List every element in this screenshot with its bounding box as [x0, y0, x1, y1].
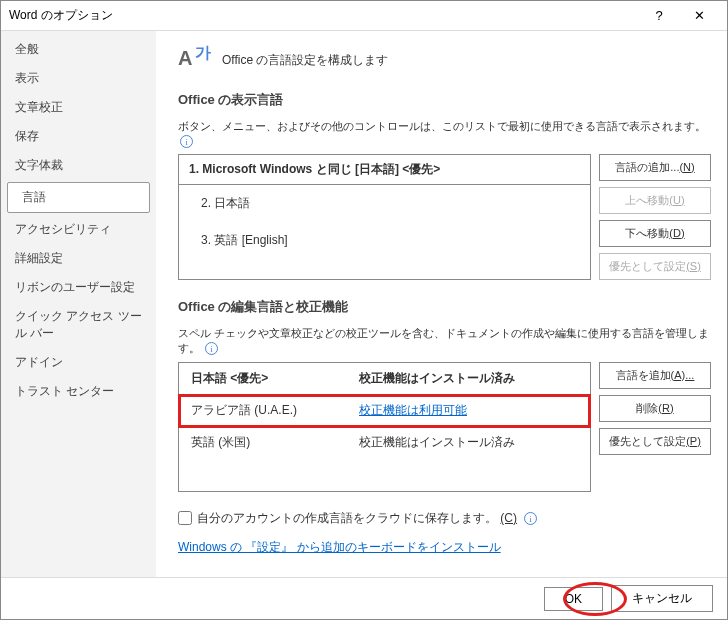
dialog-footer: OK キャンセル — [1, 577, 727, 619]
sidebar-item-save[interactable]: 保存 — [1, 122, 156, 151]
sidebar-item-display[interactable]: 表示 — [1, 64, 156, 93]
cancel-button[interactable]: キャンセル — [611, 585, 713, 612]
table-head-lang: 日本語 <優先> — [179, 370, 359, 387]
cloud-save-checkbox[interactable] — [178, 511, 192, 525]
window-title: Word のオプション — [9, 7, 639, 24]
help-button[interactable]: ? — [639, 2, 679, 30]
cloud-save-label: 自分のアカウントの作成言語をクラウドに保存します。 (C) — [197, 510, 517, 527]
sidebar-item-qat[interactable]: クイック アクセス ツール バー — [1, 302, 156, 348]
page-header: A가 Office の言語設定を構成します — [178, 43, 711, 77]
edit-lang-desc: スペル チェックや文章校正などの校正ツールを含む、ドキュメントの作成や編集に使用… — [178, 326, 711, 356]
sidebar-item-general[interactable]: 全般 — [1, 35, 156, 64]
sidebar-item-advanced[interactable]: 詳細設定 — [1, 244, 156, 273]
sidebar: 全般 表示 文章校正 保存 文字体裁 言語 アクセシビリティ 詳細設定 リボンの… — [1, 31, 156, 577]
table-row-english[interactable]: 英語 (米国) 校正機能はインストール済み — [179, 427, 590, 459]
sidebar-item-accessibility[interactable]: アクセシビリティ — [1, 215, 156, 244]
display-lang-list[interactable]: 1. Microsoft Windows と同じ [日本語] <優先> 2. 日… — [178, 154, 591, 280]
edit-lang-table[interactable]: 日本語 <優先> 校正機能はインストール済み アラビア語 (U.A.E.) 校正… — [178, 362, 591, 492]
dialog-body: 全般 表示 文章校正 保存 文字体裁 言語 アクセシビリティ 詳細設定 リボンの… — [1, 31, 727, 577]
table-row-arabic[interactable]: アラビア語 (U.A.E.) 校正機能は利用可能 — [179, 395, 590, 427]
display-lang-buttons: 言語の追加...(N) 上へ移動(U) 下へ移動(D) 優先として設定(S) — [599, 154, 711, 280]
display-lang-item-1[interactable]: 1. Microsoft Windows と同じ [日本語] <優先> — [179, 155, 590, 185]
sidebar-item-typography[interactable]: 文字体裁 — [1, 151, 156, 180]
content-pane: A가 Office の言語設定を構成します Office の表示言語 ボタン、メ… — [156, 31, 727, 577]
edit-lang-heading: Office の編集言語と校正機能 — [178, 298, 711, 316]
display-lang-desc: ボタン、メニュー、およびその他のコントロールは、このリストで最初に使用できる言語… — [178, 119, 711, 148]
move-up-button: 上へ移動(U) — [599, 187, 711, 214]
ok-button[interactable]: OK — [544, 587, 603, 611]
keyboard-install-line: Windows の 『設定』 から追加のキーボードをインストール — [178, 539, 711, 556]
proofing-available-link[interactable]: 校正機能は利用可能 — [359, 403, 467, 417]
sidebar-item-addins[interactable]: アドイン — [1, 348, 156, 377]
info-icon[interactable]: i — [205, 342, 218, 355]
add-edit-lang-button[interactable]: 言語を追加(A)... — [599, 362, 711, 389]
sidebar-item-proofing[interactable]: 文章校正 — [1, 93, 156, 122]
sidebar-item-language[interactable]: 言語 — [7, 182, 150, 213]
table-head-proof: 校正機能はインストール済み — [359, 370, 590, 387]
install-keyboard-link[interactable]: Windows の 『設定』 から追加のキーボードをインストール — [178, 540, 501, 554]
display-lang-item-3[interactable]: 3. 英語 [English] — [179, 222, 590, 259]
set-preferred-display-button: 優先として設定(S) — [599, 253, 711, 280]
move-down-button[interactable]: 下へ移動(D) — [599, 220, 711, 247]
cell-lang: アラビア語 (U.A.E.) — [179, 402, 359, 419]
display-lang-item-2[interactable]: 2. 日本語 — [179, 185, 590, 222]
cell-lang: 英語 (米国) — [179, 434, 359, 451]
page-title: Office の言語設定を構成します — [222, 52, 388, 69]
info-icon[interactable]: i — [524, 512, 537, 525]
sidebar-item-trust[interactable]: トラスト センター — [1, 377, 156, 406]
set-preferred-edit-button[interactable]: 優先として設定(P) — [599, 428, 711, 455]
table-row-empty — [179, 459, 590, 491]
edit-lang-buttons: 言語を追加(A)... 削除(R) 優先として設定(P) — [599, 362, 711, 492]
edit-lang-row: 日本語 <優先> 校正機能はインストール済み アラビア語 (U.A.E.) 校正… — [178, 362, 711, 492]
display-lang-heading: Office の表示言語 — [178, 91, 711, 109]
info-icon[interactable]: i — [180, 135, 193, 148]
sidebar-item-ribbon[interactable]: リボンのユーザー設定 — [1, 273, 156, 302]
remove-edit-lang-button[interactable]: 削除(R) — [599, 395, 711, 422]
options-dialog: Word のオプション ? ✕ 全般 表示 文章校正 保存 文字体裁 言語 アク… — [0, 0, 728, 620]
cloud-save-row: 自分のアカウントの作成言語をクラウドに保存します。 (C) i — [178, 510, 711, 527]
titlebar: Word のオプション ? ✕ — [1, 1, 727, 31]
close-button[interactable]: ✕ — [679, 2, 719, 30]
language-icon: A가 — [178, 43, 212, 77]
add-display-lang-button[interactable]: 言語の追加...(N) — [599, 154, 711, 181]
table-row-head[interactable]: 日本語 <優先> 校正機能はインストール済み — [179, 363, 590, 395]
display-lang-row: 1. Microsoft Windows と同じ [日本語] <優先> 2. 日… — [178, 154, 711, 280]
cell-proof: 校正機能はインストール済み — [359, 434, 590, 451]
